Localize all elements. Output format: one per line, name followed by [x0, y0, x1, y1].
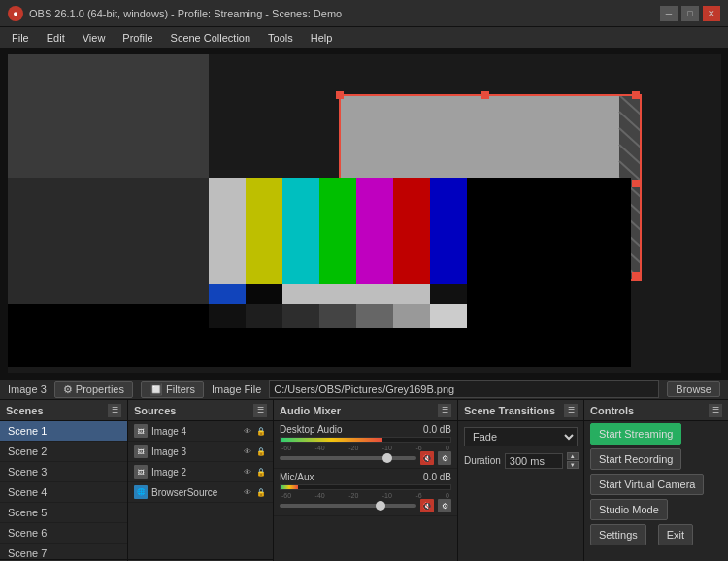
scene-list-item[interactable]: Scene 1	[0, 421, 127, 442]
source-name-label: Image 2	[151, 467, 238, 478]
control-start-streaming-button[interactable]: Start Streaming	[590, 423, 681, 445]
menu-item-tools[interactable]: Tools	[260, 30, 301, 46]
properties-button[interactable]: ⚙ Properties	[54, 381, 133, 398]
scenes-header-label: Scenes	[6, 405, 44, 416]
source-visibility-button[interactable]: 👁	[242, 425, 253, 437]
controls-panel-header: Controls ☰	[584, 400, 728, 421]
scene-list-item[interactable]: Scene 4	[0, 482, 127, 503]
source-controls: 👁🔒	[242, 486, 267, 498]
sources-header-label: Sources	[134, 405, 176, 416]
audio-mixer-panel: Audio Mixer ☰ Desktop Audio 0.0 dB -60-4…	[274, 400, 458, 561]
source-type-icon: 🖼	[134, 424, 148, 438]
audio-mute-button[interactable]: 🔇	[420, 499, 434, 512]
svg-rect-45	[8, 54, 209, 181]
source-visibility-button[interactable]: 👁	[242, 466, 253, 478]
properties-bar: Image 3 ⚙ Properties 🔲 Filters Image Fil…	[0, 379, 728, 400]
duration-up-btn[interactable]: ▲	[567, 452, 579, 460]
scene-list-item[interactable]: Scene 6	[0, 523, 127, 544]
svg-rect-42	[8, 301, 209, 367]
scene-list-item[interactable]: Scene 3	[0, 462, 127, 482]
menu-item-help[interactable]: Help	[303, 30, 341, 46]
audio-slider-thumb[interactable]	[376, 501, 385, 511]
menu-bar: FileEditViewProfileScene CollectionTools…	[0, 27, 728, 49]
scale-mark: -6	[415, 445, 421, 451]
control-start-virtual-camera-button[interactable]: Start Virtual Camera	[590, 474, 704, 495]
source-lock-button[interactable]: 🔒	[255, 425, 267, 437]
browse-button[interactable]: Browse	[667, 381, 720, 397]
controls-panel-menu-btn[interactable]: ☰	[709, 404, 722, 417]
scenes-panel-header: Scenes ☰	[0, 400, 127, 421]
transitions-header-label: Scene Transitions	[464, 405, 555, 416]
duration-down-btn[interactable]: ▼	[567, 461, 579, 469]
audio-mute-button[interactable]: 🔇	[420, 451, 434, 465]
svg-rect-24	[209, 178, 246, 284]
source-name-label: Image 4	[151, 426, 238, 437]
control-start-recording-button[interactable]: Start Recording	[590, 448, 681, 470]
svg-rect-16	[336, 91, 344, 99]
menu-item-profile[interactable]: Profile	[115, 30, 160, 46]
source-lock-button[interactable]: 🔒	[255, 466, 267, 478]
source-visibility-button[interactable]: 👁	[242, 486, 253, 498]
audio-config-button[interactable]: ⚙	[438, 451, 451, 465]
source-list-item[interactable]: 🖼Image 2👁🔒	[128, 462, 273, 482]
menu-item-file[interactable]: File	[4, 30, 37, 46]
scene-list: Scene 1Scene 2Scene 3Scene 4Scene 5Scene…	[0, 421, 127, 559]
svg-rect-32	[246, 284, 282, 304]
menu-item-view[interactable]: View	[75, 30, 114, 46]
scale-mark: -60	[281, 445, 291, 451]
sources-panel-header: Sources ☰	[128, 400, 273, 421]
audio-header-label: Audio Mixer	[280, 405, 341, 416]
duration-input[interactable]	[505, 453, 563, 469]
control-studio-mode-button[interactable]: Studio Mode	[590, 499, 668, 520]
source-type-icon: 🌐	[134, 485, 148, 499]
audio-slider-thumb[interactable]	[382, 453, 392, 463]
audio-volume-slider[interactable]	[280, 504, 416, 508]
transitions-panel: Scene Transitions ☰ FadeCutSwipeSlideSti…	[458, 400, 584, 561]
svg-rect-20	[481, 91, 489, 99]
audio-panel-menu-btn[interactable]: ☰	[438, 404, 451, 417]
transitions-panel-controls: ☰	[564, 404, 578, 417]
filters-button[interactable]: 🔲 Filters	[141, 381, 204, 398]
svg-rect-44	[209, 328, 467, 367]
scale-mark: -20	[348, 492, 358, 499]
close-button[interactable]: ✕	[703, 6, 720, 21]
title-bar: ● OBS 26.1.0 (64-bit, windows) - Profile…	[0, 0, 728, 27]
svg-rect-40	[393, 304, 430, 328]
scene-list-item[interactable]: Scene 5	[0, 503, 127, 523]
control-settings-button[interactable]: Settings	[590, 524, 646, 545]
menu-item-edit[interactable]: Edit	[39, 30, 73, 46]
svg-rect-41	[430, 304, 467, 328]
audio-controls-row: 🔇 ⚙	[280, 451, 451, 465]
source-controls: 👁🔒	[242, 466, 267, 478]
maximize-button[interactable]: □	[681, 6, 699, 21]
sources-panel-menu-btn[interactable]: ☰	[253, 404, 267, 417]
current-item-label: Image 3	[8, 383, 47, 395]
duration-label: Duration	[464, 455, 501, 466]
audio-config-button[interactable]: ⚙	[438, 499, 451, 512]
scene-list-item[interactable]: Scene 7	[0, 544, 127, 559]
menu-item-scene-collection[interactable]: Scene Collection	[163, 30, 259, 46]
source-controls: 👁🔒	[242, 425, 267, 437]
source-list: 🖼Image 4👁🔒🖼Image 3👁🔒🖼Image 2👁🔒🌐BrowserSo…	[128, 421, 273, 559]
source-list-item[interactable]: 🌐BrowserSource👁🔒	[128, 482, 273, 503]
source-visibility-button[interactable]: 👁	[242, 446, 253, 457]
svg-rect-36	[246, 304, 282, 328]
control-exit-button[interactable]: Exit	[658, 524, 693, 545]
image-path-input[interactable]	[269, 380, 659, 398]
transitions-panel-menu-btn[interactable]: ☰	[564, 404, 578, 417]
scene-list-item[interactable]: Scene 2	[0, 442, 127, 462]
audio-level-meter	[280, 437, 451, 443]
audio-volume-slider[interactable]	[280, 456, 416, 460]
transition-type-select[interactable]: FadeCutSwipeSlideStinger	[464, 427, 578, 446]
svg-rect-39	[356, 304, 393, 328]
app-logo: ●	[8, 6, 23, 21]
source-list-item[interactable]: 🖼Image 3👁🔒	[128, 442, 273, 462]
source-list-item[interactable]: 🖼Image 4👁🔒	[128, 421, 273, 442]
controls-header-label: Controls	[590, 405, 634, 416]
source-lock-button[interactable]: 🔒	[255, 446, 267, 457]
scenes-panel-menu-btn[interactable]: ☰	[108, 404, 121, 417]
controls-panel: Controls ☰ Start StreamingStart Recordin…	[584, 400, 728, 561]
audio-level-meter	[280, 484, 451, 490]
minimize-button[interactable]: ─	[660, 6, 678, 21]
source-lock-button[interactable]: 🔒	[255, 486, 267, 498]
